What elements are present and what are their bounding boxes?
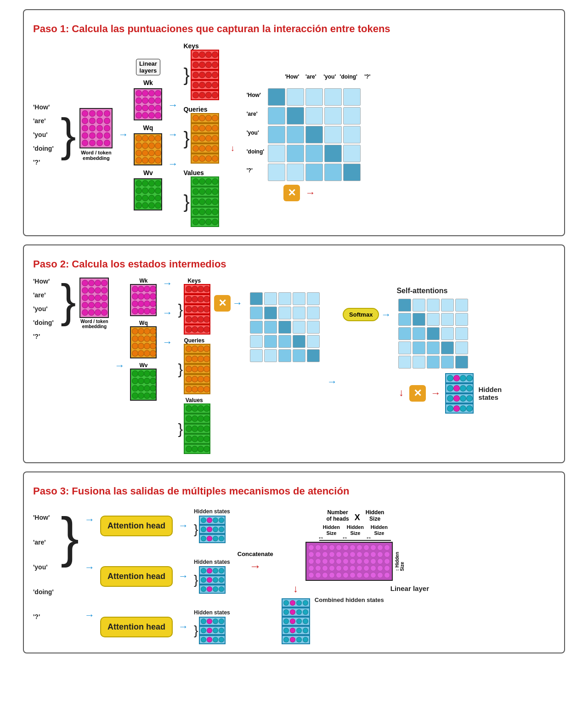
self-attn-label: Self-attentions — [396, 287, 447, 295]
multiply-v-2: ✕ — [409, 385, 426, 402]
arrows-kqv-2: → → → — [160, 278, 174, 348]
arrows-to-kqv: → → → — [166, 99, 180, 170]
wv-label-1: Wv — [143, 169, 153, 176]
arrow-to-k: → — [168, 99, 178, 111]
token-are-1: 'are' — [33, 117, 57, 125]
embedding-group-1: Word / tokenembedding — [79, 108, 113, 162]
hs-head-3: Hidden states } — [194, 609, 230, 644]
left-brace-3: } — [61, 509, 79, 564]
axis-q-1: '?' — [359, 68, 376, 85]
axis-you-1: 'you' — [321, 68, 339, 85]
attn-head-3-group: Attention head → Hidden states } — [100, 609, 230, 644]
red-arrow-down-1: → — [227, 144, 237, 153]
token-how-1: 'How' — [33, 103, 57, 111]
axis-doing-1: 'doing' — [340, 68, 357, 85]
token-doing-1: 'doing' — [33, 145, 57, 152]
row-you-1: 'you' — [247, 124, 264, 142]
attn-head-2-group: Attention head → Hidden states } — [100, 559, 230, 594]
axis-how-1: 'How' — [283, 68, 301, 85]
step3-title: Paso 3: Fusiona las salidas de múltiples… — [33, 485, 555, 497]
w-matrices-2: Wk Wq — [130, 278, 157, 401]
left-brace-2: } — [61, 278, 76, 324]
multiply-symbol-1: ✕ — [283, 185, 300, 201]
red-down-2: → — [396, 388, 407, 398]
embedding-matrix-2 — [79, 278, 109, 318]
step1-title: Paso 1: Calcula las puntuaciones que cap… — [33, 23, 555, 35]
arrow-to-v: → — [168, 158, 178, 170]
values-label-1: Values — [183, 169, 204, 176]
step1-token-col: 'How' 'are' 'you' 'doing' '?' — [33, 103, 57, 166]
row-how-1: 'How' — [247, 86, 264, 104]
wk-matrix-1 — [134, 88, 162, 120]
values-brace: } — [183, 193, 189, 211]
axis-are-1: 'are' — [302, 68, 320, 85]
hidden-size-right: ↕ HiddenSize — [395, 552, 405, 571]
attn-head-1: Attention head — [100, 516, 173, 536]
attention-heads-col: Attention head → Hidden states } — [100, 508, 230, 644]
attention-grid-2 — [248, 290, 322, 364]
arrow-embed-linear-1: → — [118, 129, 128, 141]
token-you-1: 'you' — [33, 131, 57, 138]
queries-label-1: Queries — [183, 106, 207, 113]
self-attn-grid — [396, 297, 470, 370]
step1-right-arrows: → — [226, 116, 238, 153]
attn-grid-group-1: 'How' 'are' 'you' 'doing' '?' 'How' 'are… — [247, 68, 376, 201]
wq-label-1: Wq — [143, 124, 153, 131]
attn-head-1-group: Attention head → Hidden states } — [100, 508, 230, 543]
attn-head-2: Attention head — [100, 566, 173, 587]
token-q-1: '?' — [33, 159, 57, 166]
linear-layers-group-1: Linearlayers Wk Wq — [134, 59, 162, 210]
queries-brace: } — [183, 129, 189, 148]
row-are-1: 'are' — [247, 105, 264, 123]
multiply-kq-2: ✕ — [214, 295, 231, 312]
concat-group: Concatenate → — [237, 551, 273, 573]
x-label: X — [355, 513, 360, 522]
arrow-to-softmax: → — [327, 376, 337, 388]
purple-matrix-group: Numberof heads X HiddenSize HiddenSize H… — [282, 509, 429, 644]
wk-label-1: Wk — [143, 79, 153, 86]
num-heads-label: Numberof heads — [326, 509, 349, 522]
wv-matrix-1 — [134, 178, 162, 210]
arrow-to-q: → — [168, 129, 178, 141]
left-brace-1: } — [61, 112, 76, 158]
attn-grid-group-2 — [248, 290, 322, 364]
values-matrices-1 — [191, 176, 219, 227]
hs-head-1: Hidden states } — [194, 508, 230, 543]
kq-multiply-2: ✕ → — [214, 295, 244, 312]
wq-matrix-1 — [134, 133, 162, 165]
keys-matrices-1 — [191, 50, 219, 100]
concat-label: Concatenate — [237, 551, 273, 557]
linear-layers-label-1: Linearlayers — [136, 59, 160, 75]
keys-brace: } — [183, 66, 189, 84]
step2-token-col: 'How' 'are' 'you' 'doing' '?' — [33, 278, 57, 340]
kqv-group-1: Keys } — [183, 42, 219, 227]
softmax-label: Softmax — [343, 308, 379, 321]
embedding-group-2: Word / tokenembedding — [79, 278, 109, 330]
hidden-states-2 — [445, 373, 474, 414]
combined-hidden-states — [282, 598, 310, 644]
queries-matrices-1 — [191, 113, 219, 164]
keys-label-1: Keys — [183, 42, 198, 50]
red-arrow-down-3: → — [290, 585, 302, 595]
concat-arrow: → — [249, 559, 261, 573]
hs-head-2: Hidden states } — [194, 559, 230, 594]
embedding-matrix-1 — [79, 108, 113, 148]
step2-title: Paso 2: Calcula los estados intermedios — [33, 258, 555, 270]
combined-hidden-label: Combined hidden states — [315, 596, 384, 603]
linear-layer-label: Linear layer — [390, 585, 429, 592]
hidden-size-label-top: HiddenSize — [366, 509, 384, 522]
kqv-group-2: Keys } — [178, 278, 210, 454]
purple-combined-matrix — [305, 542, 393, 581]
embedding-label-2: Word / tokenembedding — [80, 319, 108, 329]
hidden-states-label-2: Hiddenstates — [478, 386, 502, 401]
step3-token-col: 'How' 'are' 'you' 'doing' '?' — [33, 514, 57, 620]
row-doing-1: 'doing' — [247, 143, 264, 160]
attn-head-3: Attention head — [100, 617, 173, 637]
softmax-group: Softmax → — [343, 308, 393, 321]
red-arrow-right-1: → — [305, 187, 316, 199]
embedding-label-1: Word / tokenembedding — [81, 150, 111, 161]
arrow-embed-2: → — [114, 360, 124, 372]
self-attn-group: Self-attentions → ✕ → — [396, 287, 502, 414]
arrows-to-heads: → → → — [83, 514, 96, 621]
row-q-1: '?' — [247, 162, 264, 179]
